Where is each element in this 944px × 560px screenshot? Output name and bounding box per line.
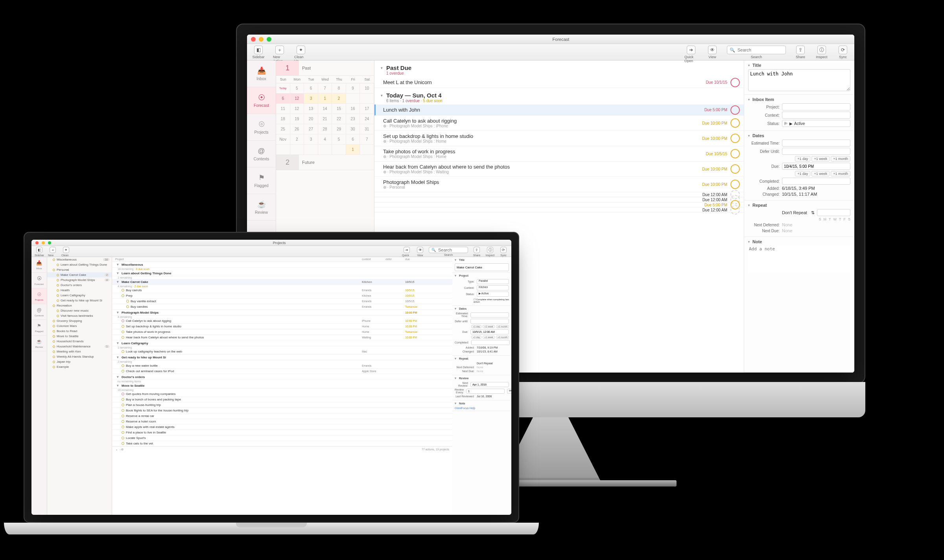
outline-action-row[interactable]: Call Catelyn to ask about riggingiPhone1… [112, 318, 452, 324]
rail-item-contexts[interactable]: @Contexts [31, 304, 47, 320]
calendar-cell[interactable]: 26 [290, 124, 304, 134]
action-status-circle[interactable] [122, 404, 124, 406]
task-status-circle[interactable] [730, 180, 740, 189]
due-plus-week[interactable]: +1 week [483, 336, 495, 339]
calendar-cell[interactable]: 12 [290, 94, 304, 104]
outline-project-row[interactable]: ▾ Move to Seattle [112, 383, 452, 389]
calendar-cell[interactable]: 1 [346, 145, 360, 155]
calendar-cell[interactable] [360, 145, 374, 155]
calendar-cell[interactable]: 10 [360, 83, 374, 94]
calendar-cell[interactable]: 3 [304, 134, 318, 145]
calendar-cell[interactable]: Nov [276, 134, 290, 145]
minimize-icon[interactable] [259, 37, 264, 42]
calendar-cell[interactable]: 27 [304, 124, 318, 134]
inspector-note-header[interactable]: ▾Note [748, 239, 850, 244]
action-status-circle[interactable] [122, 393, 124, 395]
inspector-title-header[interactable]: ▾Title [455, 258, 509, 262]
inspector-title-header[interactable]: ▾Title [748, 63, 850, 68]
task-row[interactable]: Call Catelyn to ask about rigging⊕ · Pho… [374, 116, 744, 131]
defer-plus-day[interactable]: +1 day [471, 325, 481, 328]
defer-field[interactable] [782, 148, 850, 155]
note-field[interactable] [748, 246, 850, 273]
calendar-cell[interactable]: 20 [304, 114, 318, 124]
search-input[interactable] [437, 247, 493, 253]
view-button[interactable]: 👁View [706, 46, 719, 59]
calendar-cell[interactable]: 18 [276, 114, 290, 124]
next-review-field[interactable] [470, 382, 509, 387]
close-icon[interactable] [35, 241, 39, 244]
defer-plus-day[interactable]: +1 day [795, 156, 810, 162]
outline-action-row[interactable]: Buy carrotsErrands10/5/15 [112, 288, 452, 293]
project-sidebar-item[interactable]: Miscellaneous18 [47, 257, 112, 262]
outline-action-row[interactable]: Find a place to live in Seattle [112, 430, 452, 435]
project-sidebar-item[interactable]: Move to Seattle [47, 334, 112, 339]
context-picker[interactable]: Kitchen [477, 285, 509, 290]
outline-action-row[interactable]: Plan a house-hunting trip [112, 402, 452, 408]
action-status-circle[interactable] [122, 325, 124, 328]
task-row[interactable]: Photograph Model Ships⊕ · PersonalDue 10… [374, 177, 744, 192]
calendar-cell[interactable]: 1 [318, 94, 332, 104]
defer-field[interactable] [470, 319, 509, 324]
outline-action-row[interactable]: Book flights to SEA for the house-huntin… [112, 408, 452, 413]
calendar-cell[interactable]: 2 [290, 134, 304, 145]
inspector-project-header[interactable]: ▾Project [455, 274, 509, 277]
project-sidebar-item[interactable]: Visit famous landmarks [47, 313, 112, 318]
calendar-cell[interactable]: 6 [276, 94, 290, 104]
rail-item-inbox[interactable]: 📥Inbox [31, 257, 47, 273]
due-plus-day[interactable]: +1 day [795, 171, 810, 176]
project-sidebar-item[interactable]: Health [47, 288, 112, 293]
action-status-circle[interactable] [122, 336, 124, 339]
window-controls[interactable] [35, 241, 51, 244]
calendar-cell[interactable]: 7 [318, 83, 332, 94]
action-status-circle[interactable] [122, 442, 124, 445]
inspector-dates-header[interactable]: ▾Dates [455, 307, 509, 310]
action-status-circle[interactable] [122, 426, 124, 428]
project-sidebar-item[interactable]: Personal [47, 267, 112, 272]
action-status-circle[interactable] [122, 330, 124, 333]
review-every-count[interactable] [466, 389, 505, 394]
action-status-circle[interactable] [122, 364, 124, 367]
task-status-circle[interactable] [730, 118, 740, 128]
project-sidebar-item[interactable]: Household Errands [47, 339, 112, 344]
calendar-cell[interactable]: 11 [276, 104, 290, 114]
inspector-repeat-header[interactable]: ▾Repeat [748, 203, 850, 207]
outline-action-row[interactable]: Buy a bunch of boxes and packing tape [112, 397, 452, 402]
project-sidebar-item[interactable]: Discover new music [47, 308, 112, 313]
sidebar-toggle-button[interactable]: ◧Sidebar [252, 46, 265, 59]
task-row[interactable]: Due 12:00 AM [374, 192, 744, 197]
calendar-cell[interactable]: 23 [346, 114, 360, 124]
repeat-interval-field[interactable] [817, 209, 850, 216]
project-sidebar-item[interactable]: Books to Read [47, 329, 112, 334]
outline-action-row[interactable]: Locate Spud's [112, 435, 452, 441]
calendar-cell[interactable]: 9 [346, 83, 360, 94]
project-sidebar-item[interactable]: Japan trip [47, 359, 112, 364]
action-status-circle[interactable] [122, 289, 124, 292]
calendar-cell[interactable]: 4 [318, 134, 332, 145]
action-status-circle[interactable] [122, 398, 124, 401]
calendar-cell[interactable]: 7 [360, 134, 374, 145]
rail-item-flagged[interactable]: ⚑Flagged [247, 167, 276, 194]
outline-action-row[interactable]: Look up calligraphy teachers on the webM… [112, 349, 452, 354]
calendar-cell[interactable] [290, 145, 304, 155]
sync-button[interactable]: ⟳Sync [499, 247, 508, 257]
project-sidebar-item[interactable]: Recreation [47, 303, 112, 308]
calendar-cell[interactable] [276, 145, 290, 155]
section-header[interactable]: ▾Past Due [381, 64, 738, 71]
section-header[interactable]: ▾Today — Sun, Oct 4 [381, 92, 738, 99]
calendar-cell[interactable]: 12 [290, 104, 304, 114]
sidebar-toggle-button[interactable]: ◧Sidebar [35, 247, 44, 257]
calendar-cell[interactable]: 29 [332, 124, 346, 134]
project-sidebar-item[interactable]: Doctor's orders [47, 283, 112, 288]
calendar-cell[interactable]: 6 [346, 134, 360, 145]
rail-item-inbox[interactable]: 📥Inbox [247, 61, 276, 87]
defer-plus-week[interactable]: +1 week [811, 156, 830, 162]
outline-action-row[interactable]: Reserve a hotel room [112, 419, 452, 424]
share-button[interactable]: ⇪Share [472, 247, 481, 257]
task-status-circle[interactable] [730, 149, 740, 158]
action-status-circle[interactable] [126, 305, 129, 308]
calendar-cell[interactable]: 5 [290, 83, 304, 94]
completed-field[interactable] [782, 178, 850, 185]
task-status-circle[interactable] [730, 164, 740, 174]
complete-last-checkbox[interactable]: ☐ Complete when completing last action [474, 298, 509, 303]
outline-project-row[interactable]: ▾ Make Carrot CakeKitchen10/5/15 [112, 279, 452, 285]
